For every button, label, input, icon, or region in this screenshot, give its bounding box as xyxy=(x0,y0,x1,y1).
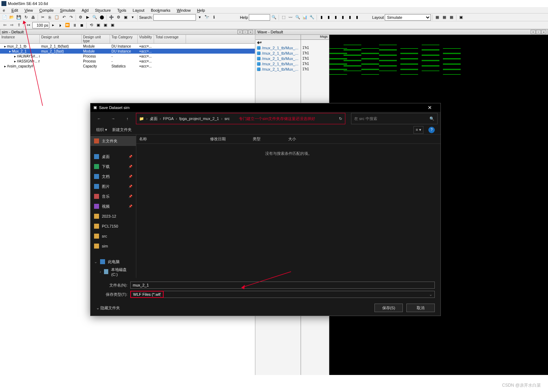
menu-add[interactable]: Add xyxy=(82,8,89,12)
nav-forward-button[interactable]: → xyxy=(108,113,119,124)
menu-help[interactable]: Help xyxy=(197,8,205,12)
search-box[interactable]: 在 src 中搜索 🔍 xyxy=(351,113,438,124)
layout-btn-1[interactable]: ▦ xyxy=(434,14,440,21)
col-date[interactable]: 修改日期 xyxy=(207,136,250,142)
breadcrumb[interactable]: 📁 ›桌面 ›FPGA ›fpga_project_mux_2_1 ›src 专… xyxy=(136,113,345,124)
side-folder-3[interactable]: src xyxy=(91,231,136,241)
run-all-icon[interactable]: ⏵ xyxy=(57,22,64,28)
layout-btn-2[interactable]: ▦ xyxy=(441,14,448,21)
col-size[interactable]: 大小 xyxy=(285,136,321,142)
help-icon[interactable]: ℹ xyxy=(211,14,217,21)
find-icon[interactable]: 🔍 xyxy=(92,14,98,21)
menu-edit[interactable]: EEditdit xyxy=(11,8,18,12)
new-folder-button[interactable]: 新建文件夹 xyxy=(112,127,132,132)
view-mode-button[interactable]: ≡ ▾ xyxy=(413,126,423,134)
misc-icon-1[interactable]: ▣ xyxy=(95,22,102,28)
sim-row[interactable]: ▸ #ASSIGN=... mux_2_1(fast)Process-+acc=… xyxy=(0,59,255,64)
restart-icon[interactable]: ⟲ xyxy=(88,22,94,28)
tool-icon[interactable]: 🔧 xyxy=(309,14,315,21)
menu-simulate[interactable]: Simulate xyxy=(60,8,75,12)
close-icon[interactable]: ✕ xyxy=(422,103,438,112)
wave-panel-header[interactable]: Wave - Default + ▫ × xyxy=(256,29,548,35)
sim-row[interactable]: ▸ #vsim_capacity#CapacityStatistics+acc=… xyxy=(0,64,255,69)
dropdown-icon[interactable]: ▾ xyxy=(130,14,136,21)
nav-back-button[interactable]: ← xyxy=(93,113,105,124)
wave-signal[interactable]: /mux_2_1_tb/Mux_... xyxy=(256,56,301,61)
wave-signal[interactable]: /mux_2_1_tb/Mux_... xyxy=(256,61,301,66)
redo-icon[interactable]: ↷ xyxy=(68,14,74,21)
reload-icon[interactable]: ↻ xyxy=(23,14,29,21)
side-folder-1[interactable]: 2023-12 xyxy=(91,211,136,221)
settings-icon[interactable]: ⚙ xyxy=(115,14,122,21)
nav-fwd-icon[interactable]: ⇨ xyxy=(9,22,15,28)
sim-row[interactable]: ▸ mux_2_1_tbmux_2_1_tb(fast)ModuleDU Ins… xyxy=(0,44,255,49)
break-icon[interactable]: ⏸ xyxy=(71,22,78,28)
run-step-icon[interactable]: ▸ xyxy=(50,22,56,28)
new-icon[interactable]: 📄 xyxy=(1,14,8,21)
stop-icon[interactable]: ⏹ xyxy=(78,22,85,28)
misc-icon-3[interactable]: ▣ xyxy=(109,22,116,28)
col-instance[interactable]: Instance xyxy=(0,35,40,43)
col-icon-5[interactable]: ▮ xyxy=(347,14,353,21)
panel-dock-icon[interactable]: + xyxy=(237,30,242,34)
col-icon-3[interactable]: ▮ xyxy=(333,14,339,21)
run-icon[interactable]: ▶ xyxy=(84,14,91,21)
side-desktop[interactable]: 桌面📌 xyxy=(91,152,136,162)
col-icon-4[interactable]: ▮ xyxy=(340,14,346,21)
side-disk[interactable]: ›本地磁盘 (C:) xyxy=(91,267,136,277)
filename-input[interactable] xyxy=(130,282,435,289)
save-button[interactable]: 保存(S) xyxy=(374,304,403,312)
hide-folders-toggle[interactable]: ⌄ 隐藏文件夹 xyxy=(96,305,120,311)
copy-icon[interactable]: ⎘ xyxy=(46,14,53,21)
col-name[interactable]: 名称 xyxy=(136,136,207,142)
side-downloads[interactable]: 下载📌 xyxy=(91,162,136,172)
wave-close-icon[interactable]: × xyxy=(541,30,546,34)
col-visibility[interactable]: Visibility xyxy=(138,35,154,43)
col-icon-6[interactable]: ▮ xyxy=(354,14,360,21)
col-icon-1[interactable]: ▮ xyxy=(318,14,325,21)
side-folder-2[interactable]: PCL7150 xyxy=(91,221,136,231)
cursor-icon[interactable]: ⬚ xyxy=(280,14,287,21)
add-icon[interactable]: ➕ xyxy=(108,14,115,21)
crumb-fpga[interactable]: FPGA xyxy=(163,116,174,121)
organize-button[interactable]: 组织 ▾ xyxy=(96,127,107,132)
compile-icon[interactable]: ⚙ xyxy=(77,14,84,21)
crumb-project[interactable]: fpga_project_mux_2_1 xyxy=(179,116,219,121)
wave-dock-icon[interactable]: + xyxy=(531,30,536,34)
wave-signal[interactable]: /mux_2_1_tb/Mux_... xyxy=(256,50,301,56)
search-go-icon[interactable]: ▾ xyxy=(197,14,203,21)
print-icon[interactable]: 🖶 xyxy=(30,14,36,21)
col-total-coverage[interactable]: Total coverage xyxy=(154,35,186,43)
nav-back-icon[interactable]: ⇦ xyxy=(1,22,8,28)
search-input[interactable] xyxy=(153,14,196,21)
menu-structure[interactable]: Structure xyxy=(95,8,111,12)
menu-bookmarks[interactable]: Bookmarks xyxy=(151,8,170,12)
sim-row[interactable]: ▸ Mux_2_1mux_2_1(fast)ModuleDU Instance+… xyxy=(0,49,255,54)
cut-icon[interactable]: ✂ xyxy=(39,14,46,21)
menu-e[interactable]: e xyxy=(3,8,5,12)
panel-max-icon[interactable]: ▫ xyxy=(243,30,248,34)
module-icon[interactable]: ▣ xyxy=(122,14,129,21)
paste-icon[interactable]: 📋 xyxy=(54,14,60,21)
binoculars-icon[interactable]: 🔭 xyxy=(204,14,210,21)
refresh-icon[interactable]: ↻ xyxy=(339,116,342,121)
menu-layout[interactable]: Layout xyxy=(133,8,144,12)
panel-close-icon[interactable]: × xyxy=(248,30,253,34)
col-top-category[interactable]: Top Category xyxy=(110,35,138,43)
side-home[interactable]: 主文件夹 xyxy=(91,136,136,146)
filetype-select[interactable]: ⌄ xyxy=(164,291,435,298)
wave-signal[interactable]: /mux_2_1_tb/Mux_... xyxy=(256,45,301,50)
menu-compile[interactable]: Compile xyxy=(39,8,54,12)
wave-collapse-row[interactable]: ◆▾ xyxy=(256,40,301,45)
side-pictures[interactable]: 图片📌 xyxy=(91,181,136,191)
breakpoint-icon[interactable]: ⬤ xyxy=(99,14,105,21)
cancel-button[interactable]: 取消 xyxy=(406,304,435,312)
side-pc[interactable]: ⌄此电脑 xyxy=(91,257,136,267)
col-type[interactable]: 类型 xyxy=(250,136,285,142)
help-button[interactable]: ? xyxy=(428,127,435,133)
run-cont-icon[interactable]: ⏩ xyxy=(64,22,71,28)
misc-icon-2[interactable]: ▣ xyxy=(102,22,109,28)
help-input[interactable] xyxy=(249,14,270,21)
side-videos[interactable]: 视频📌 xyxy=(91,201,136,211)
crumb-src[interactable]: src xyxy=(225,116,230,121)
